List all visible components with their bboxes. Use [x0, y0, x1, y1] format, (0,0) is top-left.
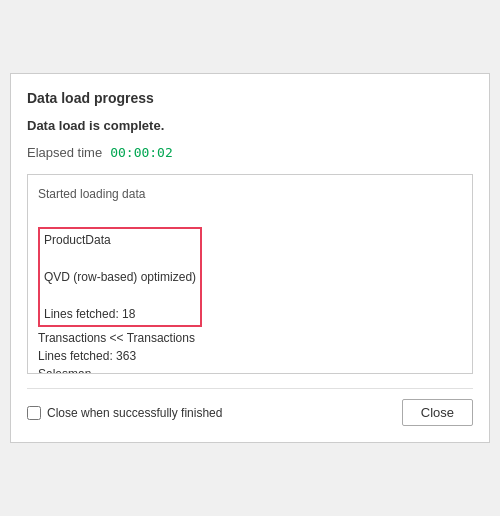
data-load-dialog: Data load progress Data load is complete…	[10, 73, 490, 443]
dialog-footer: Close when successfully finished Close	[27, 388, 473, 426]
elapsed-label: Elapsed time	[27, 145, 102, 160]
log-highlight-line-2: QVD (row-based) optimized)	[44, 268, 196, 286]
log-line-0: Transactions << Transactions	[38, 329, 462, 347]
dialog-title: Data load progress	[27, 90, 473, 106]
log-line-2: Salesman	[38, 365, 462, 374]
close-checkbox[interactable]	[27, 406, 41, 420]
log-line-1: Lines fetched: 363	[38, 347, 462, 365]
elapsed-value: 00:00:02	[110, 145, 173, 160]
log-highlight-line-3: Lines fetched: 18	[44, 305, 196, 323]
status-complete: Data load is complete.	[27, 118, 473, 133]
log-highlight-line-1: ProductData	[44, 231, 196, 249]
log-highlighted: ProductData QVD (row-based) optimized) L…	[38, 227, 202, 327]
log-started: Started loading data	[38, 185, 462, 203]
elapsed-row: Elapsed time 00:00:02	[27, 145, 473, 160]
close-checkbox-text: Close when successfully finished	[47, 406, 222, 420]
log-box[interactable]: Started loading data ProductData QVD (ro…	[27, 174, 473, 374]
close-checkbox-label[interactable]: Close when successfully finished	[27, 406, 222, 420]
close-button[interactable]: Close	[402, 399, 473, 426]
